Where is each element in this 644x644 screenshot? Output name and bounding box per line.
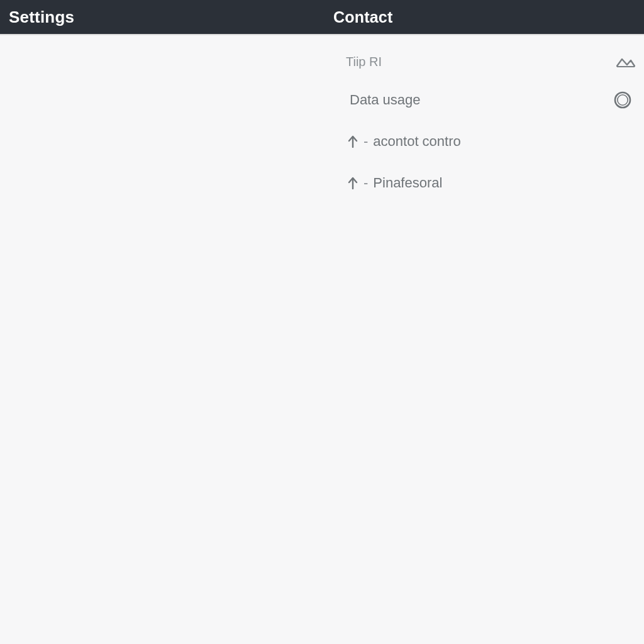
arrow-up-icon	[346, 177, 360, 189]
section-header-label: Tiip RI	[346, 55, 616, 69]
arrow-up-icon	[346, 135, 360, 148]
header-title-settings: Settings	[0, 8, 333, 27]
contact-panel: Tiip RI Data usage - acontot contro	[333, 44, 641, 204]
picture-icon	[616, 56, 635, 67]
row-acontot-dash: -	[364, 133, 368, 150]
header-bar: Settings Contact	[0, 0, 644, 34]
row-data-usage-label: Data usage	[350, 92, 614, 108]
row-acontot[interactable]: - acontot contro	[333, 121, 641, 162]
header-title-contact: Contact	[333, 8, 392, 26]
row-pinafesoral-label: Pinafesoral	[373, 175, 635, 191]
row-data-usage[interactable]: Data usage	[333, 79, 641, 121]
row-acontot-label: acontot contro	[373, 133, 635, 150]
row-pinafesoral-dash: -	[364, 175, 368, 191]
svg-point-2	[618, 95, 628, 105]
ring-icon	[614, 91, 631, 109]
section-header: Tiip RI	[333, 44, 641, 79]
row-pinafesoral[interactable]: - Pinafesoral	[333, 162, 641, 204]
header-divider	[0, 34, 644, 35]
